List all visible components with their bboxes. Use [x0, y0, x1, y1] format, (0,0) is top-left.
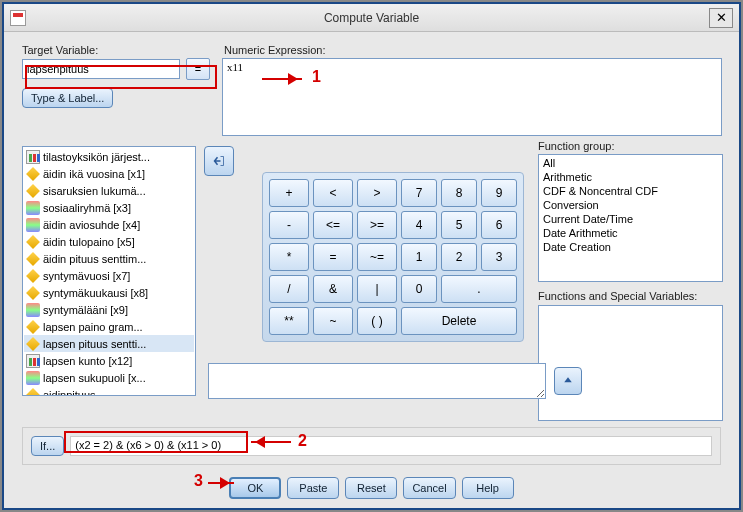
functions-special-vars-label: Functions and Special Variables:	[538, 290, 723, 302]
variable-row[interactable]: lapsen kunto [x12]	[24, 352, 194, 369]
compute-variable-dialog: Compute Variable ✕ Target Variable: = Ty…	[2, 2, 741, 510]
nominal-icon	[26, 218, 40, 232]
function-group-item[interactable]: Current Date/Time	[540, 212, 721, 226]
variable-row[interactable]: äidin ikä vuosina [x1]	[24, 165, 194, 182]
reset-button[interactable]: Reset	[345, 477, 397, 499]
keypad--button[interactable]: =	[313, 243, 353, 271]
keypad--button[interactable]: ~	[313, 307, 353, 335]
ok-button[interactable]: OK	[229, 477, 281, 499]
scale-icon	[26, 269, 40, 283]
keypad--button[interactable]: +	[269, 179, 309, 207]
variable-row[interactable]: lapsen sukupuoli [x...	[24, 369, 194, 386]
variable-label: äidin pituus senttim...	[43, 253, 146, 265]
variable-row[interactable]: syntymävuosi [x7]	[24, 267, 194, 284]
variable-label: syntymäkuukausi [x8]	[43, 287, 148, 299]
variable-label: lapsen sukupuoli [x...	[43, 372, 146, 384]
scale-icon	[26, 235, 40, 249]
keypad--button[interactable]: &	[313, 275, 353, 303]
keypad--button[interactable]: <	[313, 179, 353, 207]
keypad--button[interactable]: |	[357, 275, 397, 303]
scale-icon	[26, 320, 40, 334]
if-condition-display: (x2 = 2) & (x6 > 0) & (x11 > 0)	[70, 436, 712, 456]
keypad--button[interactable]: ( )	[357, 307, 397, 335]
variable-row[interactable]: äidin tulopaino [x5]	[24, 233, 194, 250]
keypad--button[interactable]: -	[269, 211, 309, 239]
secondary-expression-input[interactable]	[208, 363, 546, 399]
keypad--button[interactable]: .	[441, 275, 517, 303]
keypad--button[interactable]: ~=	[357, 243, 397, 271]
function-group-list[interactable]: AllArithmeticCDF & Noncentral CDFConvers…	[538, 154, 723, 282]
variable-row[interactable]: sosiaaliryhmä [x3]	[24, 199, 194, 216]
target-variable-input[interactable]	[22, 59, 180, 79]
scale-icon	[26, 167, 40, 181]
keypad--button[interactable]: **	[269, 307, 309, 335]
variable-label: sosiaaliryhmä [x3]	[43, 202, 131, 214]
numeric-expression-input[interactable]	[222, 58, 722, 136]
scale-icon	[26, 388, 40, 396]
function-group-item[interactable]: Conversion	[540, 198, 721, 212]
scale-icon	[26, 286, 40, 300]
function-group-item[interactable]: Date Creation	[540, 240, 721, 254]
keypad--button[interactable]: /	[269, 275, 309, 303]
titlebar: Compute Variable ✕	[4, 4, 739, 32]
keypad-8-button[interactable]: 8	[441, 179, 477, 207]
keypad-Delete-button[interactable]: Delete	[401, 307, 517, 335]
keypad-7-button[interactable]: 7	[401, 179, 437, 207]
function-group-item[interactable]: Arithmetic	[540, 170, 721, 184]
function-group-item[interactable]: CDF & Noncentral CDF	[540, 184, 721, 198]
variable-row[interactable]: tilastoyksikön järjest...	[24, 148, 194, 165]
keypad-9-button[interactable]: 9	[481, 179, 517, 207]
nominal-icon	[26, 371, 40, 385]
ordinal-icon	[26, 150, 40, 164]
target-variable-label: Target Variable:	[22, 44, 216, 56]
variable-row[interactable]: syntymälääni [x9]	[24, 301, 194, 318]
keypad--button[interactable]: *	[269, 243, 309, 271]
keypad-0-button[interactable]: 0	[401, 275, 437, 303]
variable-label: lapsen kunto [x12]	[43, 355, 132, 367]
variable-label: syntymävuosi [x7]	[43, 270, 130, 282]
variable-row[interactable]: lapsen pituus sentti...	[24, 335, 194, 352]
keypad-5-button[interactable]: 5	[441, 211, 477, 239]
nominal-icon	[26, 303, 40, 317]
function-group-item[interactable]: Date Arithmetic	[540, 226, 721, 240]
function-group-item[interactable]: All	[540, 156, 721, 170]
variable-label: aidinpituus	[43, 389, 96, 397]
keypad--button[interactable]: >	[357, 179, 397, 207]
cancel-button[interactable]: Cancel	[403, 477, 455, 499]
paste-button[interactable]: Paste	[287, 477, 339, 499]
variable-list[interactable]: tilastoyksikön järjest...äidin ikä vuosi…	[22, 146, 196, 396]
scale-icon	[26, 337, 40, 351]
functions-special-vars-list[interactable]	[538, 305, 723, 421]
keypad-6-button[interactable]: 6	[481, 211, 517, 239]
keypad-2-button[interactable]: 2	[441, 243, 477, 271]
ordinal-icon	[26, 354, 40, 368]
variable-row[interactable]: lapsen paino gram...	[24, 318, 194, 335]
app-icon	[10, 10, 26, 26]
variable-row[interactable]: äidin aviosuhde [x4]	[24, 216, 194, 233]
if-button[interactable]: If...	[31, 436, 64, 456]
variable-label: lapsen paino gram...	[43, 321, 143, 333]
variable-label: lapsen pituus sentti...	[43, 338, 146, 350]
variable-row[interactable]: aidinpituus	[24, 386, 194, 396]
variable-label: äidin ikä vuosina [x1]	[43, 168, 145, 180]
close-button[interactable]: ✕	[709, 8, 733, 28]
keypad-1-button[interactable]: 1	[401, 243, 437, 271]
calculator-keypad: +<>789-<=>=456*=~=123/&|0.**~( )Delete	[262, 172, 524, 342]
move-to-expression-button[interactable]	[204, 146, 234, 176]
move-function-up-button[interactable]	[554, 367, 582, 395]
keypad--button[interactable]: <=	[313, 211, 353, 239]
scale-icon	[26, 184, 40, 198]
variable-row[interactable]: äidin pituus senttim...	[24, 250, 194, 267]
keypad-3-button[interactable]: 3	[481, 243, 517, 271]
variable-label: syntymälääni [x9]	[43, 304, 128, 316]
help-button[interactable]: Help	[462, 477, 514, 499]
type-and-label-button[interactable]: Type & Label...	[22, 88, 113, 108]
variable-label: äidin tulopaino [x5]	[43, 236, 135, 248]
keypad-4-button[interactable]: 4	[401, 211, 437, 239]
variable-row[interactable]: sisaruksien lukumä...	[24, 182, 194, 199]
numeric-expression-label: Numeric Expression:	[224, 44, 722, 56]
keypad--button[interactable]: >=	[357, 211, 397, 239]
equals-label: =	[186, 58, 210, 80]
variable-row[interactable]: syntymäkuukausi [x8]	[24, 284, 194, 301]
variable-label: tilastoyksikön järjest...	[43, 151, 150, 163]
